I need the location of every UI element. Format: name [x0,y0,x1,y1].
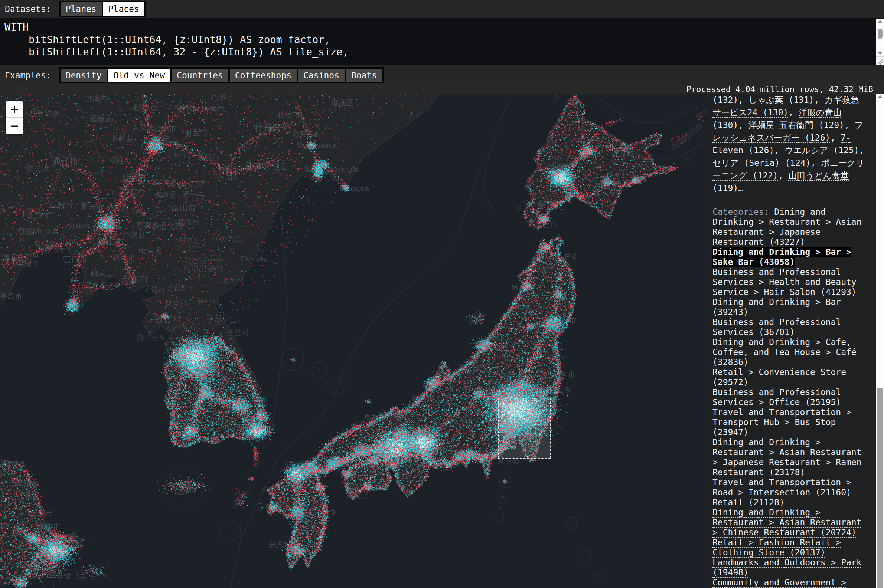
dataset-option-planes[interactable]: Planes [60,2,102,16]
zoom-in-button[interactable]: + [6,101,23,117]
brand-link[interactable]: ウエルシア (125) [785,146,859,155]
category-link[interactable]: Dining and Drinking > Bar > Sake Bar (43… [713,247,851,267]
category-link[interactable]: Dining and Drinking > Restaurant > Asian… [713,507,862,537]
category-link[interactable]: Business and Professional Services > Off… [713,387,841,407]
categories-list: Categories: Dining and Drinking > Restau… [713,207,866,588]
category-link[interactable]: Business and Professional Services > Hea… [713,267,857,297]
map-canvas[interactable] [0,85,708,588]
example-option-boats[interactable]: Boats [346,69,382,82]
category-item: Business and Professional Services (3670… [713,317,866,337]
category-link[interactable]: Retail > Fashion Retail > Clothing Store… [713,537,841,557]
category-item: Retail > Convenience Store (29572) [713,367,866,387]
category-link[interactable]: Landmarks and Outdoors > Park (19498) [713,558,862,577]
sidebar-scroll-up-icon[interactable] [876,94,884,100]
brand-link[interactable]: しゃぶ葉 (131) [749,95,814,105]
stats-sidebar: (132), しゃぶ葉 (131), カギ救急サービス24 (130), 洋服の… [708,85,876,588]
sql-editor[interactable]: WITH bitShiftLeft(1::UInt64, {z:UInt8}) … [0,18,884,65]
example-option-countries[interactable]: Countries [171,69,229,82]
category-link[interactable]: Retail > Convenience Store (29572) [713,367,846,387]
sidebar-scrollbar[interactable] [876,94,884,588]
sql-scrollbar-thumb[interactable] [878,28,882,39]
category-link[interactable]: Dining and Drinking > Restaurant > Asian… [713,437,862,477]
dataset-option-places[interactable]: Places [103,2,144,16]
category-item-highlighted: Dining and Drinking > Bar > Sake Bar (43… [713,247,866,267]
sql-query-text[interactable]: WITH bitShiftLeft(1::UInt64, {z:UInt8}) … [5,21,874,58]
category-link[interactable]: Travel and Transportation > Road > Inter… [713,477,851,497]
app: Datasets: PlanesPlaces WITH bitShiftLeft… [0,0,884,588]
status-bar: Processed 4.04 million rows, 42.32 MiB [0,85,884,94]
brand-link[interactable]: 洋麺屋 五右衛門 (129) [749,120,844,130]
category-link[interactable]: Dining and Drinking > Cafe, Coffee, and … [713,337,857,367]
examples-label: Examples: [5,70,51,80]
brand-link[interactable]: (132) [713,95,738,105]
examples-bar: Examples: DensityOld vs NewCountriesCoff… [0,65,884,85]
brands-list: (132), しゃぶ葉 (131), カギ救急サービス24 (130), 洋服の… [713,93,866,194]
map-selection-rectangle[interactable] [498,398,550,459]
textarea-resize-grip[interactable] [876,56,884,65]
datasets-label: Datasets: [5,4,51,14]
category-item: Community and Government > Education > S… [713,578,866,588]
category-link[interactable]: Business and Professional Services (3670… [713,317,841,337]
datasets-buttons: PlanesPlaces [59,1,146,17]
category-item: Dining and Drinking > Cafe, Coffee, and … [713,337,866,367]
example-option-coffeeshops[interactable]: Coffeeshops [230,69,297,82]
example-option-casinos[interactable]: Casinos [298,69,344,82]
category-item: Retail > Fashion Retail > Clothing Store… [713,537,866,558]
map-zoom-control: + − [6,101,23,134]
examples-buttons: DensityOld vs NewCountriesCoffeeshopsCas… [59,67,384,84]
category-item: Business and Professional Services > Hea… [713,267,866,297]
category-item: Dining and Drinking > Restaurant > Asian… [713,507,866,537]
category-link[interactable]: Community and Government > Education > S… [713,578,846,588]
category-item: Travel and Transportation > Transport Hu… [713,407,866,437]
processed-stats: Processed 4.04 million rows, 42.32 MiB [687,85,873,94]
category-item: Categories: Dining and Drinking > Restau… [713,207,866,247]
category-item: Landmarks and Outdoors > Park (19498) [713,558,866,578]
sidebar-scrollbar-thumb[interactable] [877,388,883,588]
scroll-down-icon[interactable] [876,51,884,56]
zoom-out-button[interactable]: − [6,118,23,134]
scroll-up-icon[interactable] [876,18,884,24]
category-link[interactable]: Dining and Drinking > Bar (39243) [713,297,841,317]
sql-scrollbar[interactable] [876,18,884,56]
datasets-bar: Datasets: PlanesPlaces [0,0,884,18]
category-item: Business and Professional Services > Off… [713,387,866,407]
example-option-old-vs-new[interactable]: Old vs New [108,69,170,82]
category-item: Travel and Transportation > Road > Inter… [713,477,866,498]
map[interactable]: + − [0,85,708,588]
categories-label: Categories: [713,207,774,217]
category-item: Dining and Drinking > Restaurant > Asian… [713,437,866,477]
brand-link[interactable]: セリア (Seria) (124) [713,158,810,168]
content: + − Processed 4.04 million rows, 42.32 M… [0,85,884,588]
category-link[interactable]: Retail (21128) [713,498,785,507]
category-link[interactable]: Travel and Transportation > Transport Hu… [713,407,851,437]
spacer [713,194,866,207]
example-option-density[interactable]: Density [60,69,107,82]
category-item: Retail (21128) [713,498,866,507]
category-item: Dining and Drinking > Bar (39243) [713,297,866,317]
